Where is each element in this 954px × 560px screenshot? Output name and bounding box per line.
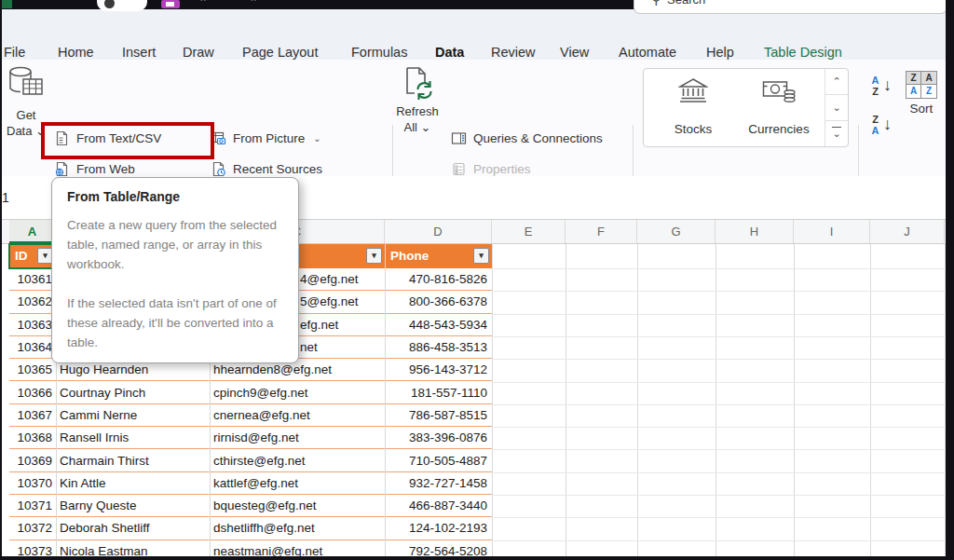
column-header-d[interactable]: D [385,220,492,243]
cell-phone[interactable]: 466-887-3440 [385,495,492,516]
queries-connections-icon [451,130,467,146]
gridline [492,517,946,518]
cell-name[interactable]: Barny Queste [56,495,210,516]
cell-phone[interactable]: 383-396-0876 [385,427,492,448]
tab-page-layout[interactable]: Page Layout [242,43,318,61]
cell-id[interactable]: 10364 [9,336,56,358]
column-header-a[interactable]: A [9,220,56,243]
sort-button[interactable]: ZAAZ Sort [900,71,943,116]
cell-id[interactable]: 10368 [9,427,56,448]
tab-help[interactable]: Help [706,43,734,61]
tooltip-title: From Table/Range [67,189,283,204]
table-row: 10371Barny Questebquesteg@efg.net466-887… [9,495,492,517]
cell-phone[interactable]: 124-102-2193 [385,517,492,539]
cell-id[interactable]: 10370 [9,472,56,494]
column-header-g[interactable]: G [637,220,716,243]
cell-phone[interactable]: 886-458-3513 [385,336,492,358]
cell-email[interactable]: dshetliffh@efg.net [210,517,385,539]
tab-home[interactable]: Home [58,43,94,61]
banknote-icon [762,78,796,104]
undo-icon[interactable]: ⌃ [198,0,208,9]
cell-id[interactable]: 10369 [9,449,56,471]
from-table-range-tooltip: From Table/Range Create a new query from… [51,177,299,363]
save-icon[interactable] [161,0,180,8]
from-picture-button[interactable]: From Picture⌄ [211,126,321,150]
screenshot-border [0,556,954,560]
cell-id[interactable]: 10362 [9,291,56,312]
name-box[interactable]: 1 [2,190,9,205]
excel-window: ⌃ ⌃ ⚲ Search FileHomeInsertDrawPage Layo… [0,0,954,560]
table-header-phone[interactable]: Phone▾ [385,244,492,268]
cell-email[interactable]: bquesteg@efg.net [210,495,385,516]
cell-name[interactable]: Charmain Thirst [56,449,210,471]
gallery-down-button[interactable]: ⌄ [825,95,848,121]
cell-name[interactable]: Courtnay Pinch [56,382,210,403]
cell-email[interactable]: cthirste@efg.net [210,449,385,471]
data-type-stocks[interactable]: Stocks [651,75,735,136]
column-header-e[interactable]: E [492,220,566,243]
tab-automate[interactable]: Automate [619,43,676,61]
from-web-label: From Web [76,162,135,176]
table-row: 10370Kin Attlekattlef@efg.net932-727-145… [9,472,492,495]
tooltip-paragraph: If the selected data isn't part of one o… [67,294,283,352]
currencies-label: Currencies [737,122,821,136]
filter-dropdown-icon[interactable]: ▾ [473,248,489,264]
cell-id[interactable]: 10371 [9,495,56,516]
properties-icon [451,161,467,177]
cell-email[interactable]: cnernea@efg.net [210,404,385,426]
queries-connections-button[interactable]: Queries & Connections [451,126,603,150]
cell-phone[interactable]: 932-727-1458 [385,472,492,494]
bank-icon [678,78,708,104]
cell-phone[interactable]: 448-543-5934 [385,314,492,335]
sort-ascending-button[interactable]: AZ↓ [869,75,901,101]
tab-review[interactable]: Review [491,43,536,61]
cell-id[interactable]: 10365 [9,359,56,380]
selected-cell-border [8,243,57,269]
cell-id[interactable]: 10366 [9,382,56,403]
cell-email[interactable]: rirnisd@efg.net [210,427,385,448]
cell-id[interactable]: 10367 [9,404,56,426]
column-header-j[interactable]: J [870,220,945,243]
tab-formulas[interactable]: Formulas [351,43,407,61]
tab-view[interactable]: View [560,43,589,61]
refresh-all-button[interactable]: Refresh All ⌄ [391,65,443,135]
sort-label: Sort [900,102,943,116]
screenshot-border [0,0,2,560]
gridline [385,244,386,560]
tab-file[interactable]: File [4,43,25,61]
autosave-toggle[interactable] [97,0,147,11]
gridline [492,540,946,541]
cell-name[interactable]: Cammi Nerne [56,404,210,426]
cell-phone[interactable]: 800-366-6378 [385,291,492,312]
cell-phone[interactable]: 956-143-3712 [385,359,492,380]
gallery-up-button[interactable]: ⌃ [825,69,848,95]
cell-id[interactable]: 10361 [9,268,56,290]
database-icon [7,65,45,104]
cell-email[interactable]: kattlef@efg.net [210,472,385,494]
gridline [492,268,946,269]
cell-id[interactable]: 10372 [9,517,56,539]
data-type-currencies[interactable]: Currencies [737,75,821,136]
tab-draw[interactable]: Draw [183,43,214,61]
column-header-i[interactable]: I [794,220,870,243]
cell-phone[interactable]: 181-557-1110 [385,382,492,403]
column-header-h[interactable]: H [716,220,794,243]
filter-dropdown-icon[interactable]: ▾ [366,248,382,264]
gallery-more-button[interactable]: ⌄ [825,121,848,146]
tab-insert[interactable]: Insert [122,43,156,61]
cell-id[interactable]: 10363 [9,314,56,335]
recent-sources-label: Recent Sources [233,162,322,176]
cell-phone[interactable]: 786-587-8515 [385,404,492,426]
column-header-f[interactable]: F [566,220,637,243]
cell-email[interactable]: cpinch9@efg.net [210,382,385,403]
cell-phone[interactable]: 710-505-4887 [385,449,492,471]
cell-name[interactable]: Kin Attle [56,472,210,494]
chevron-down-icon: ⌄ [313,133,320,143]
sort-descending-button[interactable]: ZA↓ [869,114,901,140]
search-input[interactable]: ⚲ Search [634,0,947,14]
tab-table-design[interactable]: Table Design [764,43,842,61]
cell-phone[interactable]: 470-816-5826 [385,268,492,290]
cell-name[interactable]: Deborah Shetliff [56,517,210,539]
cell-name[interactable]: Ransell Irnis [56,427,210,448]
redo-icon[interactable]: ⌃ [249,0,258,9]
